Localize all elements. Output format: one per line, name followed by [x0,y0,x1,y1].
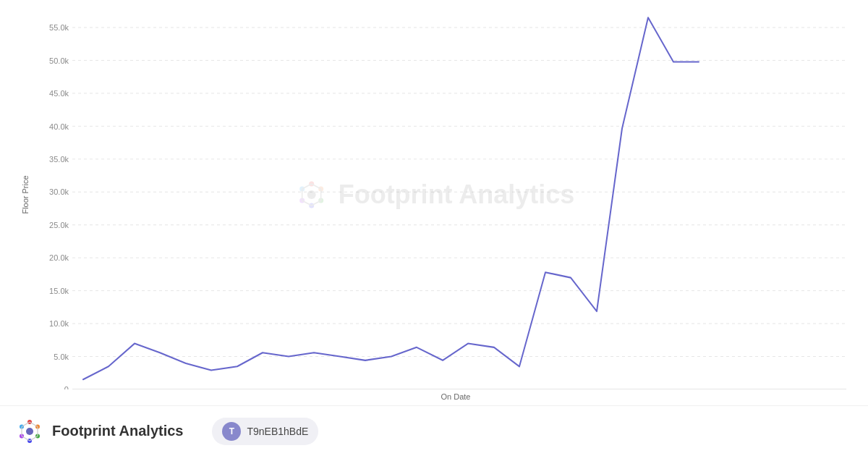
svg-point-43 [26,428,33,435]
chart-area: Floor Price Footprint Analytics [0,0,868,389]
brand: Footprint Analytics [14,416,183,447]
brand-name: Footprint Analytics [52,423,183,439]
svg-text:40.0k: 40.0k [49,122,69,130]
svg-text:15.0k: 15.0k [49,287,69,295]
svg-text:45.0k: 45.0k [49,89,69,98]
token-circle: T [222,422,241,441]
svg-text:30.0k: 30.0k [49,187,69,196]
x-axis-label: On Date [0,389,868,405]
footer: Footprint Analytics T T9nEB1hBdE [0,405,868,456]
svg-line-52 [30,436,38,441]
svg-line-55 [22,422,30,427]
token-name: T9nEB1hBdE [247,426,308,437]
svg-text:50.0k: 50.0k [49,56,69,64]
token-badge: T T9nEB1hBdE [212,418,318,445]
brand-logo-icon [14,416,45,447]
svg-text:20.0k: 20.0k [49,253,69,262]
chart-container: Floor Price Footprint Analytics [0,0,868,456]
svg-text:5.0k: 5.0k [54,352,69,360]
svg-text:0: 0 [64,385,69,389]
y-axis-label: Floor Price [21,175,30,214]
svg-text:25.0k: 25.0k [49,221,69,229]
svg-line-50 [30,422,38,427]
chart-line [83,17,699,379]
svg-text:35.0k: 35.0k [49,155,69,164]
svg-text:10.0k: 10.0k [49,319,69,328]
line-chart: 0 5.0k 10.0k 15.0k 20.0k 25.0k 30.0k 35.… [43,14,854,389]
svg-text:55.0k: 55.0k [49,23,69,32]
svg-line-53 [22,436,30,441]
